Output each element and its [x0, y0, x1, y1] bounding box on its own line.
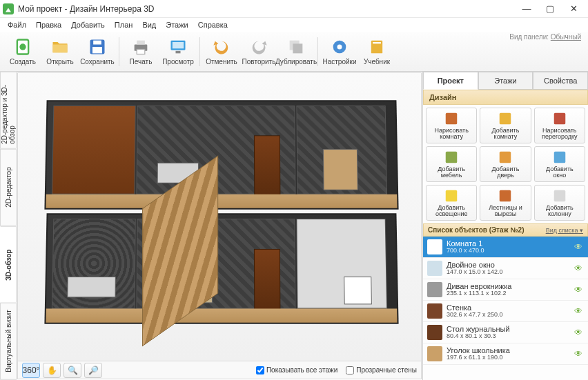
- add-window-icon: [552, 150, 567, 165]
- tool-draw-room[interactable]: Нарисоватькомнату: [426, 108, 477, 143]
- toolbar-save-button[interactable]: Сохранить: [79, 34, 116, 70]
- visibility-toggle-icon[interactable]: 👁: [574, 306, 584, 316]
- tool-stairs-cut[interactable]: Лестницы ивырезы: [480, 185, 531, 221]
- svg-rect-25: [554, 190, 566, 201]
- window-title: Мой проект - Дизайн Интерьера 3D: [18, 4, 515, 14]
- minimize-button[interactable]: —: [515, 1, 538, 17]
- svg-rect-4: [92, 47, 102, 53]
- visibility-toggle-icon[interactable]: 👁: [574, 349, 584, 359]
- svg-rect-16: [373, 42, 381, 43]
- close-button[interactable]: ✕: [562, 1, 585, 17]
- vtab-3d[interactable]: 3D-обзор: [0, 226, 17, 303]
- draw-room-icon: [444, 111, 459, 126]
- maximize-button[interactable]: ▢: [538, 1, 562, 17]
- tool-add-door[interactable]: Добавитьдверь: [480, 146, 531, 182]
- toolbar-new-button[interactable]: Создать: [4, 34, 41, 70]
- vtab-virtual[interactable]: Виртуальный визит: [0, 303, 17, 380]
- view-tool-zoomin[interactable]: 🔍: [63, 363, 81, 378]
- tool-add-light[interactable]: Добавитьосвещение: [426, 185, 477, 221]
- object-row-wall-unit[interactable]: Стенка302.6 x 47.7 x 250.0 👁: [423, 301, 588, 322]
- object-row-room1[interactable]: Комната 1700.0 x 470.0 👁: [423, 237, 588, 258]
- save-icon: [88, 37, 107, 57]
- menu-правка[interactable]: Правка: [31, 19, 66, 30]
- redo-icon: [249, 37, 268, 57]
- rtab-project[interactable]: Проект: [423, 72, 478, 90]
- svg-rect-7: [137, 50, 145, 54]
- titlebar: Мой проект - Дизайн Интерьера 3D — ▢ ✕: [0, 0, 588, 18]
- object-row-kids-desk[interactable]: Уголок школьника197.6 x 61.1 x 190.0 👁: [423, 343, 588, 365]
- toolbar-settings-button[interactable]: Настройки: [321, 34, 358, 70]
- objects-view-link[interactable]: Вид списка ▾: [546, 227, 583, 234]
- visibility-toggle-icon[interactable]: 👁: [574, 263, 584, 273]
- tool-add-room[interactable]: Добавитькомнату: [480, 108, 531, 143]
- vtab-2d[interactable]: 2D-редактор: [0, 149, 17, 226]
- new-icon: [13, 37, 32, 57]
- svg-rect-18: [500, 112, 511, 124]
- svg-rect-23: [446, 190, 458, 201]
- app-icon: [3, 3, 14, 14]
- object-row-window[interactable]: Двойное окно147.0 x 15.0 x 142.0 👁: [423, 258, 588, 279]
- menu-файл[interactable]: Файл: [3, 19, 31, 30]
- add-room-icon: [498, 111, 513, 126]
- dup-icon: [286, 37, 306, 57]
- object-icon: [427, 282, 442, 297]
- scene-3d[interactable]: [18, 73, 421, 361]
- rtab-floors[interactable]: Этажи: [478, 72, 533, 90]
- stairs-cut-icon: [498, 188, 513, 203]
- svg-rect-22: [554, 151, 566, 163]
- svg-point-1: [19, 43, 26, 50]
- visibility-toggle-icon[interactable]: 👁: [574, 242, 584, 252]
- view-tool-pan[interactable]: ✋: [43, 363, 61, 378]
- tool-add-window[interactable]: Добавитьокно: [534, 146, 585, 182]
- toolbar-preview-button[interactable]: Просмотр: [159, 34, 197, 70]
- visibility-toggle-icon[interactable]: 👁: [574, 328, 584, 337]
- menu-вид[interactable]: Вид: [137, 19, 161, 30]
- add-door-icon: [498, 150, 513, 165]
- settings-icon: [330, 37, 349, 57]
- viewport-3d[interactable]: 360°✋🔍🔎Показывать все этажиПрозрачные ст…: [17, 72, 422, 379]
- object-icon: [427, 239, 442, 254]
- rtab-props[interactable]: Свойства: [533, 72, 588, 90]
- menu-добавить[interactable]: Добавить: [66, 19, 110, 30]
- right-panel: ПроектЭтажиСвойства Дизайн Нарисоватьком…: [422, 72, 588, 380]
- svg-rect-6: [137, 41, 145, 45]
- svg-rect-9: [173, 42, 184, 48]
- toolbar-tutorial-button[interactable]: Учебник: [358, 34, 395, 70]
- object-icon: [427, 261, 442, 276]
- menu-план[interactable]: План: [110, 19, 138, 30]
- draw-partition-icon: [552, 111, 567, 126]
- transparent-walls-checkbox[interactable]: Прозрачные стены: [346, 366, 417, 374]
- vertical-tabs: 2D-редактор и 3D-обзор2D-редактор3D-обзо…: [0, 72, 17, 380]
- svg-point-14: [337, 45, 342, 50]
- object-row-sofa[interactable]: Диван еврокнижка235.1 x 113.1 x 102.2 👁: [423, 279, 588, 301]
- tool-add-furniture[interactable]: Добавитьмебель: [426, 146, 477, 182]
- tutorial-icon: [367, 37, 386, 57]
- add-light-icon: [444, 188, 459, 203]
- toolbar-redo-button[interactable]: Повторить: [240, 34, 277, 70]
- open-icon: [50, 37, 70, 57]
- toolbar: СоздатьОткрытьСохранитьПечатьПросмотрОтм…: [0, 32, 588, 72]
- toolbar-print-button[interactable]: Печать: [122, 34, 159, 70]
- toolbar-dup-button[interactable]: Дублировать: [277, 34, 315, 70]
- visibility-toggle-icon[interactable]: 👁: [574, 285, 584, 294]
- show-all-floors-checkbox[interactable]: Показывать все этажи: [256, 366, 337, 374]
- design-header: Дизайн: [423, 90, 588, 105]
- design-tools-grid: НарисоватькомнатуДобавитькомнатуНарисова…: [423, 105, 588, 223]
- svg-rect-10: [176, 51, 181, 54]
- vtab-combo[interactable]: 2D-редактор и 3D-обзор: [0, 72, 17, 149]
- svg-rect-3: [93, 41, 101, 45]
- toolbar-open-button[interactable]: Открыть: [41, 34, 79, 70]
- panel-mode-link[interactable]: Обычный: [551, 33, 581, 41]
- view-tool-zoomout[interactable]: 🔎: [84, 363, 102, 378]
- object-row-coffee-table[interactable]: Стол журнальный80.4 x 80.1 x 30.3 👁: [423, 322, 588, 343]
- tool-add-column[interactable]: Добавитьколонну: [534, 185, 585, 221]
- objects-header-label: Список объектов (Этаж №2): [428, 226, 524, 234]
- svg-rect-20: [446, 151, 458, 163]
- toolbar-undo-button[interactable]: Отменить: [203, 34, 240, 70]
- tool-draw-partition[interactable]: Нарисоватьперегородку: [534, 108, 585, 143]
- menu-справка[interactable]: Справка: [193, 19, 233, 30]
- view-tool-360[interactable]: 360°: [22, 363, 40, 378]
- house-model: [46, 99, 398, 327]
- menu-этажи[interactable]: Этажи: [161, 19, 193, 30]
- right-panel-tabs: ПроектЭтажиСвойства: [423, 72, 588, 90]
